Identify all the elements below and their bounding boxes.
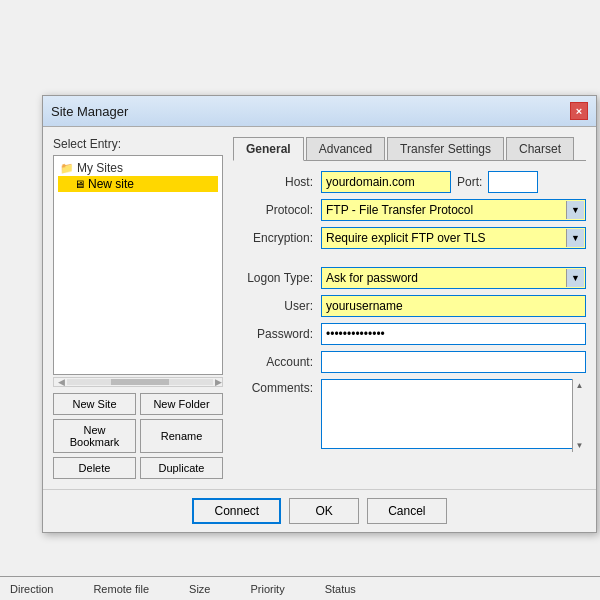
password-input[interactable] [321,323,586,345]
rename-button[interactable]: Rename [140,419,223,453]
delete-button[interactable]: Delete [53,457,136,479]
tree-root-label: My Sites [77,161,123,175]
cancel-button[interactable]: Cancel [367,498,446,524]
logon-type-select[interactable]: Ask for password [321,267,586,289]
site-tree[interactable]: 📁 My Sites 🖥 New site [53,155,223,375]
tab-charset[interactable]: Charset [506,137,574,160]
host-port-row: Port: [321,171,586,193]
new-folder-button[interactable]: New Folder [140,393,223,415]
comments-label: Comments: [233,379,313,395]
tab-transfer-settings[interactable]: Transfer Settings [387,137,504,160]
scrollbar-up-arrow[interactable]: ▲ [574,379,586,392]
logon-type-select-wrapper: Ask for password ▼ [321,267,586,289]
comments-wrapper: ▲ ▼ [321,379,586,452]
duplicate-button[interactable]: Duplicate [140,457,223,479]
general-form: Host: Port: Protocol: FTP - File Transfe… [233,171,586,452]
status-status: Status [325,583,356,595]
new-bookmark-button[interactable]: New Bookmark [53,419,136,453]
comments-input[interactable] [321,379,586,449]
host-label: Host: [233,175,313,189]
tab-bar: General Advanced Transfer Settings Chars… [233,137,586,161]
account-label: Account: [233,355,313,369]
comments-scrollbar: ▲ ▼ [572,379,586,452]
account-input[interactable] [321,351,586,373]
tree-item-new-site[interactable]: 🖥 New site [58,176,218,192]
protocol-select[interactable]: FTP - File Transfer Protocol [321,199,586,221]
status-direction: Direction [10,583,53,595]
password-label: Password: [233,327,313,341]
close-button[interactable]: × [570,102,588,120]
tree-root-my-sites[interactable]: 📁 My Sites [58,160,218,176]
status-size: Size [189,583,210,595]
ok-button[interactable]: OK [289,498,359,524]
status-bar: Direction Remote file Size Priority Stat… [0,576,600,600]
dialog-body: Select Entry: 📁 My Sites 🖥 New site ◀ ▶ [43,127,596,489]
right-panel: General Advanced Transfer Settings Chars… [233,137,586,479]
dialog-titlebar: Site Manager × [43,96,596,127]
logon-type-label: Logon Type: [233,271,313,285]
port-label: Port: [457,175,482,189]
status-priority: Priority [250,583,284,595]
tab-general[interactable]: General [233,137,304,161]
site-icon: 🖥 [74,178,85,190]
status-remote-file: Remote file [93,583,149,595]
tab-advanced[interactable]: Advanced [306,137,385,160]
port-input[interactable] [488,171,538,193]
host-input[interactable] [321,171,451,193]
scrollbar-down-arrow[interactable]: ▼ [574,439,586,452]
left-panel: Select Entry: 📁 My Sites 🖥 New site ◀ ▶ [53,137,223,479]
encryption-select-wrapper: Require explicit FTP over TLS ▼ [321,227,586,249]
protocol-select-wrapper: FTP - File Transfer Protocol ▼ [321,199,586,221]
encryption-label: Encryption: [233,231,313,245]
select-entry-label: Select Entry: [53,137,223,151]
user-input[interactable] [321,295,586,317]
folder-icon: 📁 [60,162,74,175]
site-manager-dialog: Site Manager × Select Entry: 📁 My Sites … [42,95,597,533]
separator-1 [233,255,586,261]
connect-button[interactable]: Connect [192,498,281,524]
protocol-label: Protocol: [233,203,313,217]
user-label: User: [233,299,313,313]
encryption-select[interactable]: Require explicit FTP over TLS [321,227,586,249]
tree-child-label: New site [88,177,134,191]
dialog-title: Site Manager [51,104,128,119]
new-site-button[interactable]: New Site [53,393,136,415]
dialog-footer: Connect OK Cancel [43,489,596,532]
left-buttons: New Site New Folder New Bookmark Rename … [53,393,223,479]
